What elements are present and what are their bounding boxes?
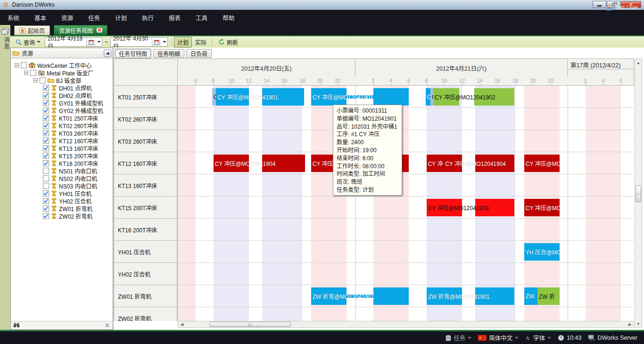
checkbox-checked[interactable]: [43, 198, 49, 204]
refresh-button[interactable]: 刷新: [215, 37, 241, 48]
gantt-row-label[interactable]: KT16 200T冲床: [114, 219, 177, 241]
checkbox-unchecked[interactable]: [43, 175, 49, 181]
tree-item-KT03[interactable]: KT03 260T冲床: [43, 129, 98, 137]
gantt-task-bar[interactable]: YH 压合@MO1: [524, 243, 560, 261]
gantt-task-bar[interactable]: CY 冲压@MO12041901: [216, 88, 249, 106]
checkbox-checked[interactable]: [43, 160, 49, 166]
vertical-scrollbar[interactable]: ▲ = ▼: [635, 58, 642, 328]
gantt-task-bar[interactable]: ZW 折弯@MO12041901: [311, 287, 347, 305]
collapsed-panel-tab[interactable]: 消息: [0, 37, 10, 50]
calendar-icon[interactable]: [86, 38, 96, 46]
plan-toggle-button[interactable]: 计划: [174, 37, 192, 48]
gantt-row-label[interactable]: KT03 260T冲床: [114, 130, 177, 152]
menu-item-资源[interactable]: 资源: [54, 10, 81, 25]
gantt-task-bar[interactable]: ZW 折弯@MO12041901: [427, 287, 462, 305]
status-item-字体[interactable]: A字体: [525, 333, 551, 342]
checkbox-unchecked[interactable]: [21, 62, 27, 68]
tree-item-KT16[interactable]: KT16 200T冲床: [43, 159, 98, 167]
gantt-task-bar[interactable]: CY 冲压@MO1: [524, 199, 560, 216]
gantt-task-bar[interactable]: CY 冲压@MO12041902: [433, 88, 460, 106]
panel-windows-icon[interactable]: [1, 28, 9, 35]
gantt-row-label[interactable]: ZW02 折弯机: [114, 307, 177, 321]
status-item-10:43[interactable]: 10:43: [558, 335, 581, 341]
horizontal-scrollbar[interactable]: ◀ ||| ▶: [178, 321, 634, 328]
clear-filter-icon[interactable]: ✕: [105, 322, 110, 329]
menu-item-基本[interactable]: 基本: [27, 10, 54, 25]
gantt-row-label[interactable]: ZW01 折弯机: [114, 285, 177, 307]
gantt-row-label[interactable]: KT12 160T冲床: [114, 152, 177, 174]
gantt-row-label[interactable]: KT02 260T冲床: [114, 108, 177, 130]
gantt-task-bar[interactable]: ZW 折: [537, 287, 560, 305]
gantt-task-bar[interactable]: [373, 88, 409, 106]
menu-item-计划[interactable]: 计划: [107, 10, 134, 25]
date-from-field[interactable]: 2012年 4月18日: [45, 37, 102, 47]
title-bar[interactable]: ⚙ Darsson DWorks ✕: [0, 0, 644, 10]
checkbox-unchecked[interactable]: [43, 183, 49, 189]
tree-item-YH02[interactable]: YH02 压合机: [43, 197, 91, 205]
gantt-task-bar[interactable]: CY 冲压@MO12041904: [214, 155, 249, 172]
menu-item-工具[interactable]: 工具: [188, 10, 215, 25]
tree-item-ZW02[interactable]: ZW02 折弯机: [43, 212, 92, 220]
gantt-task-bar[interactable]: [373, 287, 409, 305]
checkbox-checked[interactable]: [43, 123, 49, 129]
scroll-up-icon[interactable]: ▲: [635, 60, 642, 66]
current-user[interactable]: Test User: [606, 0, 638, 15]
collapse-panel-button[interactable]: ◀: [104, 49, 111, 57]
tree-item-WorkCenter[interactable]: WorkCenter 工作中心: [15, 61, 91, 69]
gantt-tab-日负荷[interactable]: 日负荷: [186, 49, 212, 58]
gantt-row-label[interactable]: KT01 250T冲床: [114, 86, 177, 108]
status-item-任务[interactable]: 任务: [446, 333, 471, 342]
tree-item-Metal[interactable]: Metal Plate 钣金厂: [24, 69, 93, 76]
date-to-field[interactable]: 2012年 4月30日: [110, 37, 168, 47]
checkbox-checked[interactable]: [43, 115, 49, 121]
gantt-task-bar[interactable]: CY 冲压@MO12041904: [444, 155, 462, 172]
gantt-row-label[interactable]: YH02 压合机: [114, 263, 177, 285]
scrollbar-thumb[interactable]: |||: [209, 322, 291, 327]
checkbox-checked[interactable]: [43, 205, 49, 212]
tree-item-DH01[interactable]: DH01 点焊机: [43, 84, 92, 91]
scroll-down-icon[interactable]: ▼: [635, 321, 642, 327]
tree-item-KT02[interactable]: KT02 260T冲床: [43, 122, 98, 129]
gantt-task-bar[interactable]: ZW: [524, 287, 537, 305]
checkbox-unchecked[interactable]: [40, 77, 46, 83]
tree-item-ZW01[interactable]: ZW01 折弯机: [43, 205, 92, 212]
gantt-task-bar[interactable]: CY 冲: [427, 155, 444, 172]
tree-item-KT15[interactable]: KT15 200T冲床: [43, 152, 98, 159]
binoculars-icon[interactable]: [13, 322, 20, 328]
gantt-task-bar[interactable]: C: [212, 88, 216, 106]
gantt-task-bar[interactable]: CY 冲压@MO1: [524, 155, 560, 172]
tree-item-NS01[interactable]: NS01 内收口机: [43, 167, 97, 174]
date-to-dropdown[interactable]: [161, 38, 167, 46]
checkbox-checked[interactable]: [43, 153, 49, 159]
menu-item-执行[interactable]: 执行: [134, 10, 161, 25]
checkbox-unchecked[interactable]: [43, 168, 49, 174]
gantt-task-bar[interactable]: CY 冲压@MO12041903: [427, 199, 462, 216]
status-item-DWorks Server[interactable]: DWorks Server: [588, 335, 637, 341]
tab-close-icon[interactable]: ✕: [97, 28, 102, 33]
menu-item-报表[interactable]: 报表: [161, 10, 188, 25]
tree-item-GY02[interactable]: GY02 外桶成型机: [43, 106, 103, 114]
minimize-button[interactable]: [593, 1, 606, 8]
checkbox-checked[interactable]: [43, 85, 49, 91]
gantt-row-label[interactable]: KT15 200T冲床: [114, 197, 177, 219]
date-from-dropdown[interactable]: [96, 38, 102, 46]
tree-item-YH01[interactable]: YH01 压合机: [43, 189, 91, 197]
gantt-task-bar[interactable]: C: [426, 88, 430, 106]
tree-item-KT12[interactable]: KT12 160T冲床: [43, 137, 98, 144]
menu-item-帮助[interactable]: 帮助: [215, 10, 242, 25]
scrollbar-thumb[interactable]: =: [636, 185, 641, 202]
menu-item-系统[interactable]: 系统: [0, 10, 27, 25]
scroll-right-icon[interactable]: ▶: [627, 321, 633, 328]
checkbox-checked[interactable]: [43, 190, 49, 197]
checkbox-checked[interactable]: [43, 92, 49, 98]
tree-item-GY01[interactable]: GY01 外桶成型机: [43, 99, 103, 106]
actual-toggle-button[interactable]: 实际: [192, 37, 210, 48]
tree-item-KT01[interactable]: KT01 250T冲床: [43, 114, 98, 122]
tree-item-NS03[interactable]: NS03 内收口机: [43, 182, 97, 189]
checkbox-checked[interactable]: [43, 213, 49, 219]
tree-item-DH02[interactable]: DH02 点焊机: [43, 91, 92, 99]
tree-item-KT13[interactable]: KT13 160T冲床: [43, 144, 98, 152]
gantt-tab-任务甘特图[interactable]: 任务甘特图: [115, 49, 151, 58]
gantt-row-label[interactable]: KT13 160T冲床: [114, 174, 177, 197]
gantt-task-bar[interactable]: CY 冲压@MO12041901: [311, 88, 347, 106]
